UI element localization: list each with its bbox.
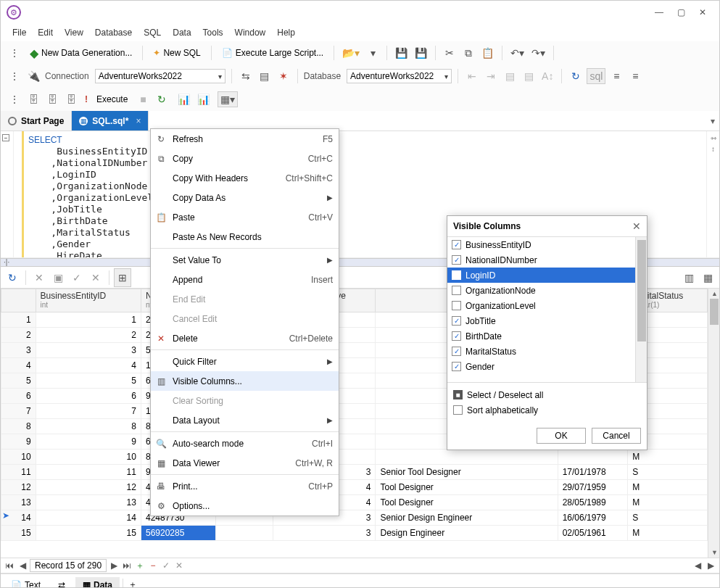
context-menu-item[interactable]: 🔍Auto-search modeCtrl+I (151, 434, 339, 453)
indent-icon[interactable]: ⇤ (464, 68, 480, 84)
run-loop-icon[interactable]: ↻ (154, 91, 170, 107)
select-all-checkbox[interactable]: ■Select / Deselect all (453, 387, 641, 402)
redo-icon[interactable]: ↷▾ (529, 45, 547, 61)
nav-next-icon[interactable]: ▶ (108, 560, 120, 571)
grid-check-icon[interactable]: ✓ (68, 268, 86, 287)
grid-mode-button[interactable]: ⊞ (114, 268, 131, 287)
table-row[interactable]: 1414424877303Senior Design Engineer16/06… (1, 510, 708, 526)
stop-icon[interactable]: ■ (135, 91, 151, 107)
uppercase-icon[interactable]: A↕ (539, 68, 555, 84)
paste-icon[interactable]: 📋 (479, 45, 496, 61)
tab-text[interactable]: 📄Text (4, 577, 48, 589)
execute-button[interactable]: Execute (92, 94, 132, 104)
context-menu-item[interactable]: ▥Visible Columns... (151, 371, 339, 391)
context-menu-item[interactable]: ⚙Options... (151, 496, 339, 515)
sort-alpha-checkbox[interactable]: Sort alphabetically (453, 402, 641, 418)
save-icon[interactable]: 💾 (393, 45, 410, 61)
menu-tools[interactable]: Tools (197, 26, 229, 39)
grid-vertical-scrollbar[interactable]: ▲ ▼ (708, 289, 719, 558)
recent-icon[interactable]: ▾ (365, 45, 381, 61)
context-menu-item[interactable]: 🖶Print...Ctrl+P (151, 476, 339, 496)
nav-first-icon[interactable]: ⏮ (4, 560, 15, 571)
nav-scroll-left-icon[interactable]: ◀ (692, 560, 703, 571)
grid-columns-icon[interactable]: ▥ (680, 268, 698, 287)
context-menu-item[interactable]: 📋PasteCtrl+V (151, 207, 339, 227)
minimize-button[interactable]: — (648, 1, 670, 23)
context-menu-item[interactable]: ▦Data ViewerCtrl+W, R (151, 453, 339, 473)
grid-refresh-icon[interactable]: ↻ (4, 268, 21, 287)
context-menu-item[interactable]: AppendInsert (151, 270, 339, 289)
column-checkbox-row[interactable]: LoginID (447, 268, 635, 283)
dialog-close-icon[interactable]: ✕ (632, 220, 641, 232)
refresh-icon[interactable]: ↻ (568, 68, 584, 84)
connection-icon[interactable]: 🔌 (25, 68, 42, 84)
open-icon[interactable]: 📂▾ (340, 45, 362, 61)
context-menu-item[interactable]: Paste As New Records (151, 227, 339, 247)
menu-view[interactable]: View (59, 26, 89, 39)
split-vertical-icon[interactable]: ↕ (711, 145, 715, 153)
nav-revert-icon[interactable]: ✕ (173, 560, 185, 571)
undo-icon[interactable]: ↶▾ (508, 45, 526, 61)
column-checkbox-row[interactable]: ✓Gender (447, 359, 635, 374)
ok-button[interactable]: OK (537, 428, 586, 444)
db-refresh-icon[interactable]: 🗄 (44, 91, 60, 107)
editor-folding-ruler[interactable]: − (1, 131, 14, 257)
context-menu-item[interactable]: ⧉CopyCtrl+C (151, 149, 339, 168)
column-checkbox-row[interactable]: OrganizationNode (447, 283, 635, 298)
add-results-tab-button[interactable]: ＋ (123, 579, 141, 588)
column-checkbox-row[interactable]: ✓BirthDate (447, 328, 635, 344)
refresh-conn-icon[interactable]: ⇆ (238, 68, 254, 84)
split-horizontal-icon[interactable]: ⇿ (711, 134, 716, 142)
table-row[interactable]: 1010879342154M (1, 450, 708, 465)
results2-icon[interactable]: 📊 (195, 91, 212, 107)
cancel-button[interactable]: Cancel (592, 428, 641, 444)
close-button[interactable]: ✕ (692, 1, 713, 23)
grid-cancel-icon[interactable]: ✕ (30, 268, 48, 287)
tab-sql[interactable]: ▦ SQL.sql* × (72, 111, 149, 131)
menu-edit[interactable]: Edit (32, 26, 59, 39)
db-icon[interactable]: 🗄 (25, 91, 41, 107)
nav-commit-icon[interactable]: ✓ (160, 560, 172, 571)
comment-icon[interactable]: ▤ (502, 68, 518, 84)
menu-sql[interactable]: SQL (138, 26, 167, 39)
db-new-icon[interactable]: 🗄 (63, 91, 79, 107)
maximize-button[interactable]: ▢ (670, 1, 692, 23)
table-row[interactable]: 13134862287824Tool Designer28/05/1989M (1, 495, 708, 510)
context-menu-item[interactable]: ✕DeleteCtrl+Delete (151, 328, 339, 348)
menu-data[interactable]: Data (167, 26, 196, 39)
context-menu-item[interactable]: Copy With HeadersCtrl+Shift+C (151, 168, 339, 188)
table-row[interactable]: 11119740269033Senior Tool Designer17/01/… (1, 465, 708, 480)
table-row[interactable]: 12124801685284Tool Designer29/07/1959M (1, 480, 708, 495)
results-icon[interactable]: 📊 (175, 91, 192, 107)
swap-icon[interactable]: ⇄ (51, 577, 73, 589)
grid-mode-icon[interactable]: ▦▾ (218, 91, 238, 107)
nav-prev-icon[interactable]: ◀ (17, 560, 28, 571)
new-sql-button[interactable]: ✦New SQL (149, 48, 204, 58)
cut-icon[interactable]: ✂ (442, 45, 458, 61)
tab-close-icon[interactable]: × (136, 116, 141, 126)
column-checkbox-row[interactable]: ✓JobTitle (447, 313, 635, 328)
nav-add-icon[interactable]: ＋ (134, 560, 146, 572)
disconnect-icon[interactable]: ✶ (276, 68, 291, 84)
nav-delete-icon[interactable]: − (147, 560, 159, 571)
context-menu-item[interactable]: Copy Data As▶ (151, 188, 339, 207)
tab-start-page[interactable]: Start Page (1, 111, 72, 131)
menu-window[interactable]: Window (229, 26, 272, 39)
menu-database[interactable]: Database (89, 26, 138, 39)
sql-outline-icon[interactable]: sql (587, 68, 605, 84)
column-checkbox-row[interactable]: OrganizationLevel (447, 298, 635, 313)
format2-icon[interactable]: ≡ (627, 68, 643, 84)
tab-data[interactable]: ▦Data (75, 577, 120, 589)
uncomment-icon[interactable]: ▤ (521, 68, 537, 84)
column-header[interactable]: BusinessEntityIDint (36, 289, 141, 312)
save-all-icon[interactable]: 💾 (413, 45, 429, 61)
record-position[interactable]: Record 15 of 290 (30, 559, 107, 572)
grid-filter-icon[interactable]: ▦ (699, 268, 716, 287)
column-checkbox-row[interactable]: ✓MaritalStatus (447, 344, 635, 359)
tabs-overflow-icon[interactable]: ▾ (706, 111, 719, 131)
new-data-gen-button[interactable]: ◆New Data Generation... (25, 46, 136, 60)
context-menu-item[interactable]: Data Layout▶ (151, 410, 339, 430)
column-checkbox-row[interactable]: ✓BusinessEntityID (447, 237, 635, 252)
format-icon[interactable]: ≡ (608, 68, 624, 84)
copy-icon[interactable]: ⧉ (460, 45, 476, 61)
